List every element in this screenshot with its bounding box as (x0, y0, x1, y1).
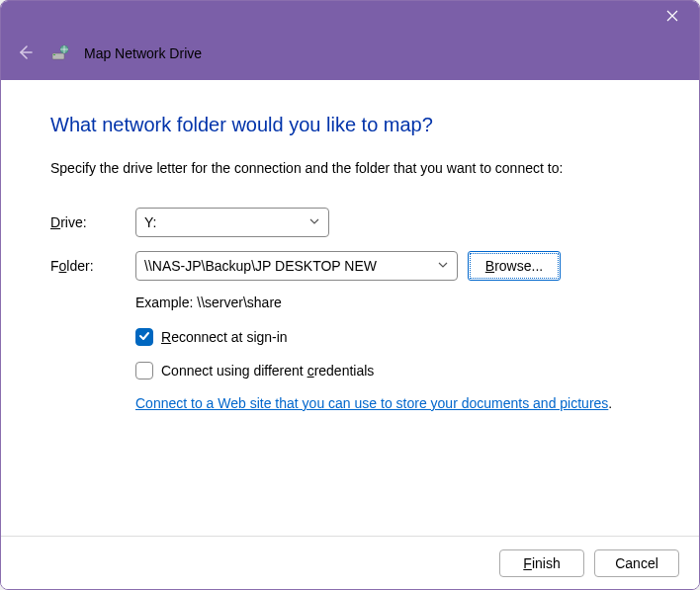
folder-row: Folder: \\NAS-JP\Backup\JP DESKTOP NEW B… (50, 251, 650, 281)
example-text: Example: \\server\share (135, 295, 650, 310)
credentials-checkbox[interactable] (135, 362, 153, 379)
titlebar (1, 1, 699, 33)
chevron-down-icon (308, 214, 320, 230)
folder-combo[interactable]: \\NAS-JP\Backup\JP DESKTOP NEW (135, 251, 458, 281)
browse-button[interactable]: Browse... (468, 251, 561, 281)
header-title: Map Network Drive (84, 45, 202, 61)
instruction-text: Specify the drive letter for the connect… (50, 160, 650, 176)
finish-button[interactable]: Finish (499, 549, 584, 577)
reconnect-checkbox[interactable] (135, 328, 153, 346)
credentials-checkbox-row: Connect using different credentials (135, 362, 650, 379)
back-arrow-icon (16, 43, 34, 64)
content-area: What network folder would you like to ma… (1, 80, 699, 536)
chevron-down-icon (437, 258, 449, 274)
footer: Finish Cancel (1, 536, 699, 589)
drive-row: Drive: Y: (50, 208, 650, 237)
close-button[interactable] (650, 1, 695, 33)
network-drive-icon (50, 43, 70, 63)
map-network-drive-window: Map Network Drive What network folder wo… (0, 0, 700, 590)
folder-value: \\NAS-JP\Backup\JP DESKTOP NEW (144, 258, 377, 274)
website-link-row: Connect to a Web site that you can use t… (135, 395, 650, 411)
folder-label: Folder: (50, 258, 135, 274)
svg-rect-1 (53, 54, 55, 55)
page-heading: What network folder would you like to ma… (50, 114, 650, 136)
cancel-button[interactable]: Cancel (594, 549, 679, 577)
svg-rect-0 (52, 53, 64, 59)
credentials-label: Connect using different credentials (161, 363, 374, 379)
reconnect-checkbox-row: Reconnect at sign-in (135, 328, 650, 346)
header-bar: Map Network Drive (1, 33, 699, 80)
connect-website-link[interactable]: Connect to a Web site that you can use t… (135, 395, 608, 411)
check-icon (138, 329, 150, 345)
drive-value: Y: (144, 214, 156, 230)
drive-label: Drive: (50, 214, 135, 230)
back-button (13, 42, 37, 65)
close-icon (666, 9, 678, 25)
drive-select[interactable]: Y: (135, 208, 329, 237)
options-block: Example: \\server\share Reconnect at sig… (135, 295, 650, 411)
reconnect-label: Reconnect at sign-in (161, 329, 288, 345)
